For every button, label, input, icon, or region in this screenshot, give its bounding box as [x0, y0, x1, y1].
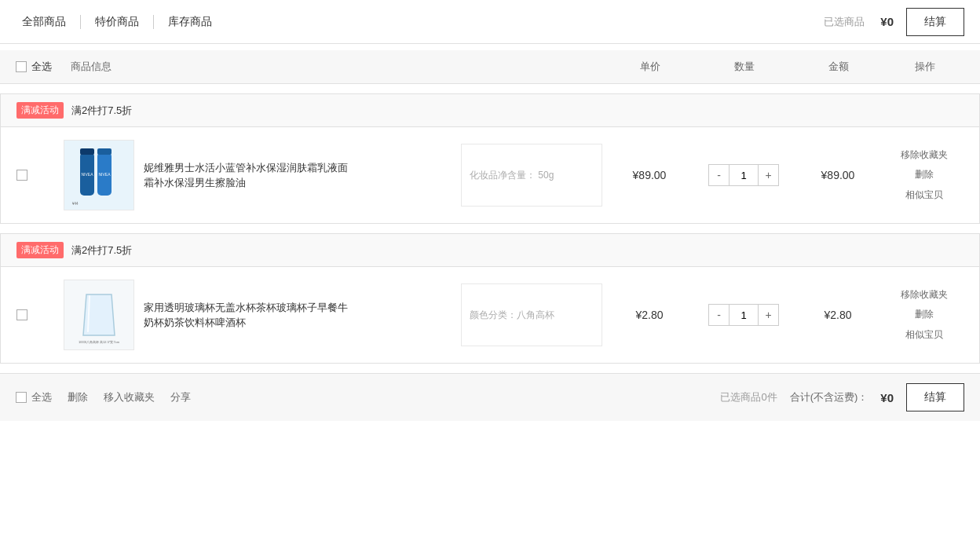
- action-remove-fav-2[interactable]: 移除收藏夹: [901, 287, 948, 304]
- qty-input-2[interactable]: [730, 305, 758, 325]
- activity-desc-1: 满2件打7.5折: [71, 104, 132, 118]
- header-amount: 金额: [792, 60, 886, 74]
- header-price: 单价: [603, 60, 697, 74]
- activity-badge-1: 满减活动: [16, 102, 64, 119]
- nav-stock-products[interactable]: 库存商品: [154, 15, 226, 29]
- qty-control-2: - +: [708, 304, 779, 326]
- product-qty-1: - +: [697, 164, 791, 186]
- product-amount-1: ¥89.00: [791, 169, 885, 181]
- svg-text:NIVEA: NIVEA: [98, 172, 111, 177]
- bottom-select-all-checkbox[interactable]: [16, 392, 27, 403]
- activity-desc-2: 满2件打7.5折: [71, 243, 132, 258]
- product-spec-1: 化妆品净含量： 50g: [470, 169, 554, 182]
- svg-rect-4: [97, 148, 112, 155]
- action-delete-2[interactable]: 删除: [915, 306, 934, 324]
- header-action: 操作: [886, 60, 964, 74]
- header-product-info: 商品信息: [63, 60, 603, 74]
- nav-all-products[interactable]: 全部商品: [16, 15, 81, 29]
- row-select-2: [16, 309, 64, 320]
- svg-text:NIVEA: NIVEA: [81, 172, 93, 177]
- bottom-checkout-button[interactable]: 结算: [906, 383, 964, 411]
- product-info-2: 1003/八角高杯 高12.5*宽7cm 家用透明玻璃杯无盖水杯茶杯玻璃杯子早餐…: [64, 280, 461, 350]
- svg-text:¥44: ¥44: [72, 202, 79, 206]
- product-price-2: ¥2.80: [602, 309, 697, 321]
- nivea-product-svg: NIVEA NIVEA ¥44: [64, 141, 133, 210]
- table-header: 全选 商品信息 单价 数量 金额 操作: [0, 50, 980, 84]
- qty-increase-1[interactable]: +: [758, 165, 778, 185]
- svg-rect-3: [80, 148, 94, 155]
- select-all-checkbox[interactable]: [16, 61, 27, 72]
- product-group-1: 满减活动 满2件打7.5折 NIVEA: [0, 93, 980, 224]
- top-nav: 全部商品 特价商品 库存商品 已选商品 ¥0 结算: [0, 0, 980, 44]
- product-amount-2: ¥2.80: [791, 309, 885, 321]
- group-header-1: 满减活动 满2件打7.5折: [1, 94, 979, 127]
- bottom-move-fav-button[interactable]: 移入收藏夹: [104, 390, 155, 404]
- product-qty-2: - +: [697, 304, 791, 326]
- bottom-select-all: 全选: [16, 390, 52, 404]
- row-select-1: [16, 170, 64, 181]
- bottom-left: 全选 删除 移入收藏夹 分享: [16, 390, 191, 404]
- product-price-1: ¥89.00: [602, 169, 697, 181]
- product-spec-box-2: 颜色分类：八角高杯: [461, 283, 602, 346]
- product-actions-2: 移除收藏夹 删除 相似宝贝: [885, 287, 964, 344]
- action-delete-1[interactable]: 删除: [915, 166, 934, 184]
- qty-decrease-1[interactable]: -: [709, 165, 730, 185]
- product-image-1: NIVEA NIVEA ¥44: [64, 140, 134, 210]
- product-checkbox-1[interactable]: [16, 170, 27, 181]
- qty-control-1: - +: [708, 164, 779, 186]
- product-title-2: 家用透明玻璃杯无盖水杯茶杯玻璃杯子早餐牛奶杯奶茶饮料杯啤酒杯: [144, 300, 348, 331]
- group-header-2: 满减活动 满2件打7.5折: [1, 234, 979, 267]
- bottom-delete-button[interactable]: 删除: [68, 390, 88, 404]
- selected-goods-label: 已选商品: [824, 15, 865, 29]
- qty-input-1[interactable]: [730, 165, 758, 185]
- action-similar-1[interactable]: 相似宝贝: [905, 187, 943, 204]
- product-checkbox-2[interactable]: [16, 309, 27, 320]
- select-all-label: 全选: [31, 60, 52, 74]
- product-title-1: 妮维雅男士水活小蓝管补水保湿润肤霜乳液面霜补水保湿男生擦脸油: [144, 160, 348, 191]
- svg-text:1003/八角高杯 高12.5*宽7cm: 1003/八角高杯 高12.5*宽7cm: [79, 340, 120, 344]
- product-info-1: NIVEA NIVEA ¥44 妮维雅男士水活小蓝管补水保湿润肤霜乳液面霜补水保…: [64, 140, 461, 210]
- activity-badge-2: 满减活动: [16, 242, 64, 258]
- product-actions-1: 移除收藏夹 删除 相似宝贝: [885, 147, 964, 204]
- product-spec-box-1: 化妆品净含量： 50g: [461, 144, 602, 207]
- bottom-bar: 全选 删除 移入收藏夹 分享 已选商品0件 合计(不含运费)： ¥0 结算: [0, 373, 980, 421]
- bottom-select-all-label[interactable]: 全选: [31, 390, 52, 404]
- bottom-right: 已选商品0件 合计(不含运费)： ¥0 结算: [720, 383, 964, 411]
- product-image-2: 1003/八角高杯 高12.5*宽7cm: [64, 280, 134, 350]
- table-row: NIVEA NIVEA ¥44 妮维雅男士水活小蓝管补水保湿润肤霜乳液面霜补水保…: [1, 127, 979, 223]
- table-row: 1003/八角高杯 高12.5*宽7cm 家用透明玻璃杯无盖水杯茶杯玻璃杯子早餐…: [1, 267, 979, 363]
- product-spec-2: 颜色分类：八角高杯: [470, 309, 554, 322]
- header-quantity: 数量: [697, 60, 792, 74]
- qty-increase-2[interactable]: +: [758, 305, 778, 325]
- selected-goods-amount: ¥0: [880, 15, 894, 28]
- bottom-total-amount: ¥0: [880, 391, 894, 404]
- bottom-selected-count: 已选商品0件: [720, 390, 777, 404]
- nav-right: 已选商品 ¥0 结算: [824, 8, 964, 36]
- qty-decrease-2[interactable]: -: [709, 305, 730, 325]
- action-similar-2[interactable]: 相似宝贝: [905, 327, 943, 344]
- nav-sale-products[interactable]: 特价商品: [81, 15, 154, 29]
- product-group-2: 满减活动 满2件打7.5折 1003/八角高杯 高12.5*宽7cm: [0, 233, 980, 364]
- bottom-total-label: 合计(不含运费)：: [790, 390, 868, 404]
- glass-cup-svg: 1003/八角高杯 高12.5*宽7cm: [64, 280, 133, 349]
- header-select: 全选: [16, 60, 63, 74]
- top-checkout-button[interactable]: 结算: [906, 8, 964, 36]
- action-remove-fav-1[interactable]: 移除收藏夹: [901, 147, 948, 164]
- nav-items: 全部商品 特价商品 库存商品: [16, 15, 824, 29]
- bottom-share-button[interactable]: 分享: [170, 390, 191, 404]
